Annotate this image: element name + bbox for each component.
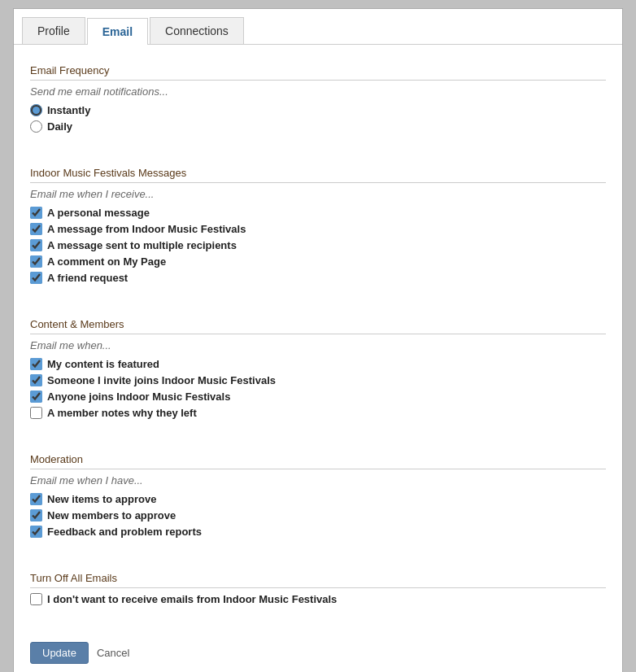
checkbox-friend-req-label[interactable]: A friend request <box>47 272 128 284</box>
checkbox-no-emails-label[interactable]: I don't want to receive emails from Indo… <box>47 593 337 605</box>
checkbox-item-feedback: Feedback and problem reports <box>30 526 606 538</box>
update-button[interactable]: Update <box>30 642 89 664</box>
cancel-button[interactable]: Cancel <box>97 647 129 659</box>
checkbox-item-no-emails: I don't want to receive emails from Indo… <box>30 593 606 605</box>
checkbox-member-notes-label[interactable]: A member notes why they left <box>47 407 197 419</box>
indoor-messages-subtitle: Email me when I receive... <box>30 188 606 200</box>
radio-item-daily: Daily <box>30 120 606 133</box>
checkbox-feedback-label[interactable]: Feedback and problem reports <box>47 526 202 538</box>
checkbox-feedback[interactable] <box>30 526 42 538</box>
checkbox-multi-msg[interactable] <box>30 239 42 251</box>
checkbox-personal-msg-label[interactable]: A personal message <box>47 207 150 219</box>
checkbox-new-members-label[interactable]: New members to approve <box>47 509 176 521</box>
radio-instantly-label[interactable]: Instantly <box>47 104 90 116</box>
tab-email[interactable]: Email <box>87 18 148 45</box>
indoor-messages-title: Indoor Music Festivals Messages <box>30 167 606 179</box>
radio-daily[interactable] <box>30 120 42 133</box>
section-content-members: Content & Members Email me when... My co… <box>30 318 606 419</box>
checkbox-new-items[interactable] <box>30 493 42 505</box>
checkbox-item-friend-req: A friend request <box>30 272 606 284</box>
checkbox-item-multi-msg: A message sent to multiple recipients <box>30 239 606 251</box>
main-container: Profile Email Connections Email Frequenc… <box>13 8 623 672</box>
footer: Update Cancel <box>14 630 622 668</box>
checkbox-item-anyone-joins: Anyone joins Indoor Music Festivals <box>30 391 606 403</box>
checkbox-item-personal-msg: A personal message <box>30 207 606 219</box>
checkbox-new-members[interactable] <box>30 509 42 521</box>
content-members-title: Content & Members <box>30 318 606 330</box>
checkbox-item-member-notes: A member notes why they left <box>30 407 606 419</box>
radio-instantly[interactable] <box>30 104 42 116</box>
checkbox-item-invite-joins: Someone I invite joins Indoor Music Fest… <box>30 374 606 386</box>
turn-off-title: Turn Off All Emails <box>30 572 606 584</box>
content-members-divider <box>30 334 606 334</box>
checkbox-anyone-joins-label[interactable]: Anyone joins Indoor Music Festivals <box>47 391 230 403</box>
checkbox-item-featured: My content is featured <box>30 358 606 370</box>
turn-off-divider <box>30 587 606 588</box>
indoor-messages-divider <box>30 182 606 183</box>
checkbox-comment-msg-label[interactable]: A comment on My Page <box>47 255 166 268</box>
checkbox-friend-req[interactable] <box>30 272 42 284</box>
section-moderation: Moderation Email me when I have... New i… <box>30 453 606 538</box>
checkbox-featured-label[interactable]: My content is featured <box>47 358 159 370</box>
checkbox-item-comment-msg: A comment on My Page <box>30 255 606 268</box>
checkbox-multi-msg-label[interactable]: A message sent to multiple recipients <box>47 239 237 251</box>
checkbox-imf-msg-label[interactable]: A message from Indoor Music Festivals <box>47 223 246 235</box>
checkbox-invite-joins-label[interactable]: Someone I invite joins Indoor Music Fest… <box>47 374 276 386</box>
radio-daily-label[interactable]: Daily <box>47 120 72 133</box>
tab-profile[interactable]: Profile <box>22 17 85 44</box>
email-frequency-subtitle: Send me email notifications... <box>30 85 606 98</box>
checkbox-new-items-label[interactable]: New items to approve <box>47 493 156 505</box>
checkbox-featured[interactable] <box>30 358 42 370</box>
tab-connections[interactable]: Connections <box>150 17 244 44</box>
moderation-divider <box>30 469 606 469</box>
content-members-subtitle: Email me when... <box>30 339 606 351</box>
checkbox-anyone-joins[interactable] <box>30 391 42 403</box>
checkbox-member-notes[interactable] <box>30 407 42 419</box>
checkbox-item-imf-msg: A message from Indoor Music Festivals <box>30 223 606 235</box>
checkbox-invite-joins[interactable] <box>30 374 42 386</box>
tabs-bar: Profile Email Connections <box>14 9 622 45</box>
checkbox-comment-msg[interactable] <box>30 255 42 268</box>
section-email-frequency: Email Frequency Send me email notificati… <box>30 64 606 133</box>
content-area: Email Frequency Send me email notificati… <box>14 45 622 630</box>
checkbox-no-emails[interactable] <box>30 593 42 605</box>
moderation-title: Moderation <box>30 453 606 465</box>
moderation-subtitle: Email me when I have... <box>30 474 606 487</box>
checkbox-imf-msg[interactable] <box>30 223 42 235</box>
checkbox-personal-msg[interactable] <box>30 207 42 219</box>
radio-item-instantly: Instantly <box>30 104 606 116</box>
section-turn-off: Turn Off All Emails I don't want to rece… <box>30 572 606 605</box>
section-indoor-messages: Indoor Music Festivals Messages Email me… <box>30 167 606 284</box>
email-frequency-title: Email Frequency <box>30 64 606 76</box>
checkbox-item-new-members: New members to approve <box>30 509 606 521</box>
email-frequency-divider <box>30 80 606 81</box>
checkbox-item-new-items: New items to approve <box>30 493 606 505</box>
